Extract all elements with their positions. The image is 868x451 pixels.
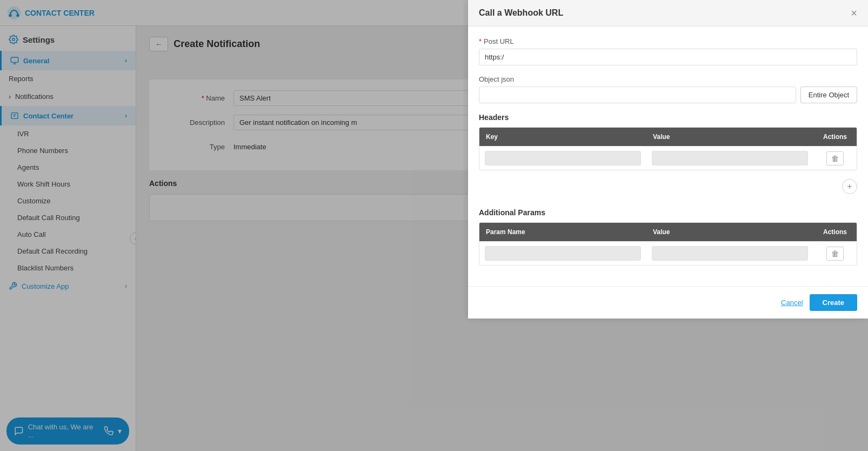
params-name-input[interactable] xyxy=(485,246,641,261)
create-button[interactable]: Create xyxy=(810,294,857,311)
params-table-header: Param Name Value Actions xyxy=(479,223,857,241)
headers-key-input[interactable] xyxy=(485,151,641,165)
headers-add-row-button[interactable]: + xyxy=(842,179,857,194)
headers-key-cell xyxy=(479,147,646,170)
post-url-label: * Post URL xyxy=(479,37,857,45)
params-name-col-header: Param Name xyxy=(479,223,646,241)
modal-body: * Post URL Object json Entire Object Hea… xyxy=(468,26,868,286)
headers-add-row-area: + xyxy=(479,175,857,198)
additional-params-heading: Additional Params xyxy=(479,208,857,217)
entire-object-button[interactable]: Entire Object xyxy=(800,87,857,103)
cancel-button[interactable]: Cancel xyxy=(781,294,803,311)
params-name-cell xyxy=(479,242,646,265)
object-json-group: Object json Entire Object xyxy=(479,75,857,103)
params-value-col-header: Value xyxy=(646,223,813,241)
params-table-row: 🗑 xyxy=(479,241,857,265)
params-actions-cell: 🗑 xyxy=(813,242,857,265)
webhook-modal: Call a Webhook URL × * Post URL Object j… xyxy=(468,0,868,319)
modal-header: Call a Webhook URL × xyxy=(468,0,868,26)
params-table: Param Name Value Actions 🗑 xyxy=(479,222,857,266)
headers-value-input[interactable] xyxy=(652,151,808,165)
headers-key-col-header: Key xyxy=(479,128,646,146)
modal-title: Call a Webhook URL xyxy=(479,8,563,18)
headers-table: Key Value Actions 🗑 xyxy=(479,127,857,170)
modal-overlay: Call a Webhook URL × * Post URL Object j… xyxy=(0,0,868,451)
headers-table-row: 🗑 xyxy=(479,146,857,170)
headers-value-cell xyxy=(646,147,813,170)
additional-params-group: Additional Params Param Name Value Actio… xyxy=(479,208,857,266)
headers-table-header: Key Value Actions xyxy=(479,128,857,146)
headers-actions-col-header: Actions xyxy=(813,128,857,146)
modal-footer: Cancel Create xyxy=(468,286,868,319)
object-json-label: Object json xyxy=(479,75,857,83)
headers-delete-button[interactable]: 🗑 xyxy=(826,151,844,165)
headers-actions-cell: 🗑 xyxy=(813,147,857,170)
post-url-group: * Post URL xyxy=(479,37,857,65)
modal-close-button[interactable]: × xyxy=(851,8,857,18)
object-json-input[interactable] xyxy=(479,87,796,103)
params-value-input[interactable] xyxy=(652,246,808,261)
post-url-input[interactable] xyxy=(479,49,857,65)
params-delete-button[interactable]: 🗑 xyxy=(826,247,844,261)
headers-group: Headers Key Value Actions xyxy=(479,113,857,198)
params-value-cell xyxy=(646,242,813,265)
headers-heading: Headers xyxy=(479,113,857,122)
headers-value-col-header: Value xyxy=(646,128,813,146)
params-actions-col-header: Actions xyxy=(813,223,857,241)
object-json-row: Entire Object xyxy=(479,87,857,103)
